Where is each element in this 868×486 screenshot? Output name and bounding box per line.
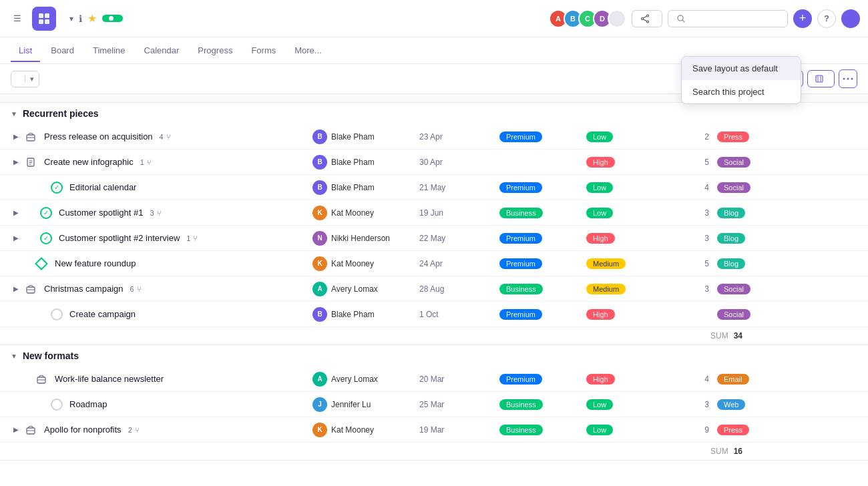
expand-icon[interactable]: ▶: [11, 157, 21, 168]
star-icon[interactable]: ★: [87, 12, 97, 25]
expand-icon[interactable]: ▶: [11, 425, 21, 435]
task-icon: [35, 181, 48, 194]
task-num: 9: [704, 425, 709, 435]
expand-icon[interactable]: ▶: [11, 132, 21, 142]
task-check-done[interactable]: [40, 232, 52, 244]
table-row: ▶ Apollo for nonprofits 2 ⑂ K Kat Mooney…: [0, 417, 868, 443]
task-name-label[interactable]: Customer spotlight #2 interview: [55, 228, 184, 248]
task-name-label[interactable]: Customer spotlight #1: [55, 202, 147, 223]
svg-point-23: [847, 78, 849, 80]
sum-label: SUM: [710, 331, 728, 340]
task-name-cell: New feature roundup: [0, 253, 307, 274]
dropdown-item-save-layout[interactable]: Save layout as default: [682, 57, 801, 80]
table-row: ▶ Customer spotlight #2 interview 1 ⑂ N …: [0, 226, 868, 251]
expand-icon[interactable]: ▶: [11, 233, 21, 244]
sidebar-toggle[interactable]: ☰: [8, 9, 27, 28]
task-name-label[interactable]: Create campaign: [65, 304, 140, 324]
dropdown-item-search[interactable]: Search this project: [682, 80, 801, 103]
assignee-cell: A Avery Lomax: [307, 372, 414, 387]
title-chevron-icon[interactable]: ▾: [69, 14, 73, 23]
fields-button[interactable]: [807, 70, 835, 87]
more-options-button[interactable]: [839, 69, 857, 88]
priority-badge: Low: [586, 132, 613, 142]
assignee-name: Jennifer Lu: [331, 400, 371, 409]
tag-cell: Press: [714, 132, 775, 142]
task-name-label[interactable]: New feature roundup: [51, 253, 140, 274]
task-name-label[interactable]: Apollo for nonprofits: [40, 419, 126, 440]
tab-more[interactable]: More...: [286, 40, 329, 62]
task-check-done[interactable]: [40, 207, 52, 219]
task-check[interactable]: [51, 308, 63, 320]
sum-row: SUM 16: [0, 443, 868, 461]
assignee-cell: A Avery Lomax: [307, 282, 414, 296]
search-bar[interactable]: [668, 10, 788, 27]
tag-badge: Blog: [717, 258, 745, 269]
assignee-name: Kat Mooney: [331, 259, 374, 268]
task-name-label[interactable]: Roadmap: [65, 394, 111, 415]
tab-progress[interactable]: Progress: [190, 40, 240, 62]
audience-cell: Premium: [494, 132, 581, 142]
num-cell: 2: [661, 132, 714, 142]
app-icon: [32, 7, 56, 31]
tab-list[interactable]: List: [11, 40, 40, 62]
tab-board[interactable]: Board: [43, 40, 82, 62]
help-button[interactable]: ?: [817, 9, 836, 28]
tag-badge: Social: [717, 284, 750, 294]
search-icon: [676, 14, 686, 23]
add-task-dropdown-icon[interactable]: ▾: [25, 71, 39, 87]
due-date-cell: 19 Mar: [414, 425, 494, 435]
task-name-label[interactable]: Work-life balance newsletter: [51, 369, 168, 389]
group-toggle[interactable]: ▼: [11, 110, 17, 117]
tag-cell: Blog: [714, 208, 775, 218]
assignee-avatar: A: [312, 372, 327, 387]
task-name-label[interactable]: Create new infographic: [40, 152, 138, 172]
task-name-label[interactable]: Editorial calendar: [65, 177, 140, 198]
tag-cell: Social: [714, 182, 775, 193]
sum-value: 16: [734, 447, 742, 456]
audience-cell: Business: [494, 284, 581, 294]
svg-point-5: [642, 17, 644, 19]
task-name-cell: Create campaign: [0, 304, 307, 324]
tag-badge: Blog: [717, 233, 745, 244]
assignee-name: Kat Mooney: [331, 208, 374, 218]
tab-calendar[interactable]: Calendar: [136, 40, 188, 62]
table-row: ▶ Customer spotlight #1 3 ⑂ K Kat Mooney…: [0, 200, 868, 226]
tab-timeline[interactable]: Timeline: [85, 40, 134, 62]
add-button[interactable]: +: [793, 9, 812, 28]
assignee-name: Blake Pham: [331, 310, 375, 319]
num-cell: 4: [661, 183, 714, 192]
audience-cell: Premium: [494, 309, 581, 320]
due-date-cell: 25 Mar: [414, 400, 494, 409]
audience-cell: Business: [494, 399, 581, 410]
task-icon: [35, 257, 48, 270]
assignee-avatar: K: [312, 206, 327, 220]
task-check-done[interactable]: [51, 182, 63, 194]
svg-rect-0: [39, 13, 43, 18]
expand-icon[interactable]: ▶: [11, 284, 21, 294]
table-row: Editorial calendar B Blake Pham 21 May P…: [0, 175, 868, 200]
task-meta: 1 ⑂: [186, 234, 198, 242]
priority-cell: High: [581, 233, 661, 244]
add-task-main[interactable]: [11, 75, 25, 82]
avatar-count[interactable]: [608, 9, 626, 28]
group-toggle[interactable]: ▼: [11, 352, 17, 360]
user-avatar[interactable]: [841, 9, 860, 28]
priority-badge: Low: [586, 399, 613, 410]
tab-forms[interactable]: Forms: [243, 40, 284, 62]
due-date-cell: 24 Apr: [414, 259, 494, 268]
tag-badge: Web: [717, 399, 745, 410]
task-name-label[interactable]: Christmas campaign: [40, 278, 128, 299]
task-num: 3: [704, 284, 709, 294]
audience-badge: Business: [499, 208, 543, 218]
task-name-label[interactable]: Press release on acquisition: [40, 126, 157, 147]
share-button[interactable]: [632, 10, 662, 27]
add-task-button[interactable]: ▾: [11, 71, 39, 87]
expand-icon[interactable]: ▶: [11, 208, 21, 218]
due-date-cell: 23 Apr: [414, 132, 494, 142]
svg-line-8: [643, 19, 646, 21]
task-meta: 6 ⑂: [130, 285, 142, 293]
task-check[interactable]: [51, 399, 63, 411]
info-icon[interactable]: ℹ: [79, 13, 82, 24]
task-name-cell: ▶ Create new infographic 1 ⑂: [0, 152, 307, 172]
num-cell: 3: [661, 400, 714, 409]
